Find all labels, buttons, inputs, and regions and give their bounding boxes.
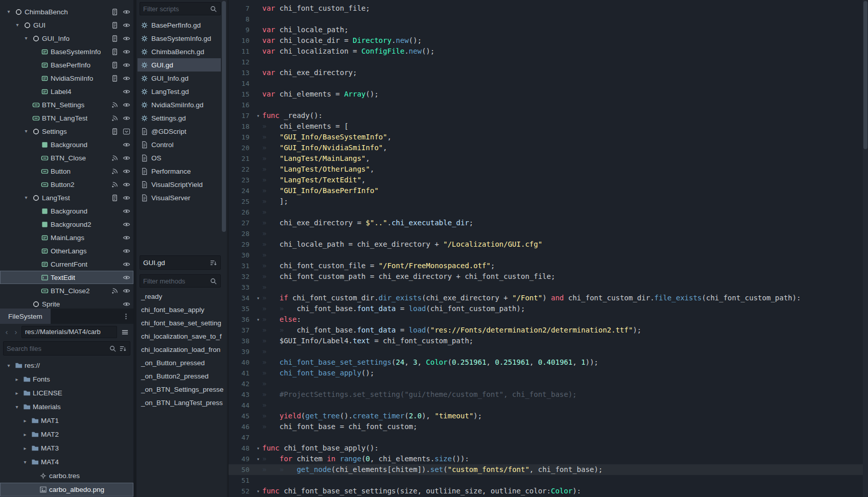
scene-tree-row[interactable]: ▾LangTest (0, 191, 133, 204)
eye-icon[interactable] (122, 233, 130, 242)
fold-arrow-icon[interactable]: ▾ (254, 486, 262, 496)
code-line[interactable]: 49▾»for chitem in range(0, chi_elements.… (229, 454, 868, 464)
code-line[interactable]: 34▾»if chi_font_custom_dir.dir_exists(ch… (229, 293, 868, 303)
eye-icon[interactable] (122, 140, 130, 149)
script-list-item[interactable]: NvidiaSmiInfo.gd (138, 98, 221, 111)
scene-tree-row[interactable]: Background (0, 204, 133, 218)
code-line[interactable]: 31»chi_font_custon_file = "/Font/FreeMon… (229, 261, 868, 271)
file-tree-row[interactable]: ▸LICENSE (0, 386, 133, 400)
method-filter-input[interactable]: Filter methods (140, 274, 221, 288)
code-line[interactable]: 52▾func chi_font_base_set_settings(size,… (229, 486, 868, 496)
method-list-item[interactable]: chi_localization_save_to_f (138, 330, 226, 343)
tab-filesystem[interactable]: FileSystem (0, 309, 51, 324)
code-line[interactable]: 21»"LangTest/MainLangs", (229, 153, 868, 164)
fold-arrow-icon[interactable]: ▾ (254, 314, 262, 325)
scene-tree-row[interactable]: ▾GUI (0, 18, 133, 32)
code-line[interactable]: 19»"GUI_Info/BaseSystemInfo", (229, 132, 868, 143)
file-tree-row[interactable]: ▸MAT3 (0, 441, 133, 455)
eye-icon[interactable] (122, 287, 130, 295)
file-tree-row[interactable]: carbo_albedo.png (0, 483, 133, 496)
eye-icon[interactable] (122, 180, 130, 188)
code-line[interactable]: 45»yield(get_tree().create_timer(2.0), "… (229, 411, 868, 421)
chevron-down-icon[interactable]: ▾ (21, 456, 29, 469)
sort-files-icon[interactable] (119, 344, 127, 352)
code-line[interactable]: 42» (229, 378, 868, 389)
code-line[interactable]: 24»"GUI_Info/BasePerfInfo" (229, 185, 868, 196)
signal-icon[interactable] (110, 167, 119, 175)
scene-tree-row[interactable]: BasePerfInfo (0, 58, 133, 72)
chevron-down-icon[interactable]: ▾ (14, 18, 21, 32)
code-line[interactable]: 27»chi_exe_directory = $"..".chi_executa… (229, 218, 868, 228)
script-list-item[interactable]: Performance (138, 164, 221, 178)
scene-tree-row[interactable]: BaseSystemInfo (0, 45, 133, 58)
method-list-item[interactable]: _on_BTN_LangTest_press (138, 396, 226, 410)
fold-arrow-icon[interactable]: ▾ (254, 110, 262, 121)
code-line[interactable]: 13var chi_exe_directory; (229, 67, 868, 78)
signal-icon[interactable] (110, 114, 119, 122)
code-line[interactable]: 11var chi_localization = ConfigFile.new(… (229, 46, 868, 57)
method-list-item[interactable]: chi_font_base_apply (138, 303, 226, 317)
scene-tree-row[interactable]: Sprite (0, 297, 133, 309)
method-list-item[interactable]: chi_font_base_set_setting (138, 317, 226, 330)
script-icon[interactable] (110, 127, 119, 135)
script-list-item[interactable]: OS (138, 151, 221, 164)
code-line[interactable]: 39» (229, 346, 868, 357)
method-list-item[interactable]: _ready (138, 290, 226, 303)
code-line[interactable]: 17▾func _ready(): (229, 110, 868, 121)
scene-tree-row[interactable]: MainLangs (0, 231, 133, 244)
scene-tree-row[interactable]: OtherLangs (0, 244, 133, 257)
code-line[interactable]: 44» (229, 400, 868, 411)
script-icon[interactable] (110, 61, 119, 69)
code-line[interactable]: 48▾func chi_font_base_apply(): (229, 443, 868, 454)
script-icon[interactable] (110, 74, 119, 82)
script-list-item[interactable]: @GDScript (138, 125, 221, 138)
eye-icon[interactable] (122, 114, 130, 122)
eye-icon[interactable] (122, 273, 130, 281)
eye-icon[interactable] (122, 194, 130, 202)
code-line[interactable]: 50»»get_node(chi_elements[chitem]).set("… (229, 464, 868, 475)
code-scrollbar[interactable] (863, 0, 868, 497)
code-editor[interactable]: 7var chi_font_custon_file;89var chi_loca… (228, 0, 868, 497)
eye-icon[interactable] (122, 8, 130, 16)
chevron-right-icon[interactable]: ▸ (13, 373, 20, 386)
method-list-item[interactable]: _on_Button2_pressed (138, 370, 226, 383)
fold-arrow-icon[interactable]: ▾ (254, 293, 262, 303)
method-list-item[interactable]: _on_Button_pressed (138, 357, 226, 370)
signal-icon[interactable] (110, 180, 119, 188)
code-line[interactable]: 40»chi_font_base_set_settings(24, 3, Col… (229, 357, 868, 368)
scene-tree-row[interactable]: BTN_Close (0, 151, 133, 164)
file-search-input[interactable]: Search files (3, 341, 130, 356)
eye-icon[interactable] (122, 207, 130, 215)
code-line[interactable]: 41»chi_font_base_apply(); (229, 368, 868, 378)
chevron-down-icon[interactable]: ▾ (5, 5, 12, 18)
code-line[interactable]: 46»chi_font_base = chi_font_custom; (229, 421, 868, 432)
eye-icon[interactable] (122, 87, 130, 96)
eye-icon[interactable] (122, 154, 130, 162)
file-tree-row[interactable]: ▾MAT4 (0, 455, 133, 469)
script-list-item[interactable]: ChimbaBench.gd (138, 45, 221, 58)
scene-tree-row[interactable]: ▾Settings (0, 125, 133, 138)
code-line[interactable]: 28» (229, 228, 868, 239)
chevron-down-icon[interactable]: ▾ (13, 400, 20, 414)
code-line[interactable]: 26» (229, 207, 868, 218)
scene-tree-row[interactable]: Button (0, 164, 133, 178)
script-list-scrollbar[interactable] (222, 1, 226, 232)
code-line[interactable]: 36▾»else: (229, 314, 868, 325)
file-tree-row[interactable]: ▸MAT1 (0, 414, 133, 428)
eye-icon[interactable] (122, 48, 130, 56)
script-icon[interactable] (110, 194, 119, 202)
code-line[interactable]: 18»chi_elements = [ (229, 121, 868, 132)
eye-icon[interactable] (122, 220, 130, 228)
code-line[interactable]: 22»"LangTest/OtherLangs", (229, 164, 868, 175)
file-tree-row[interactable]: ▾res:// (0, 359, 133, 372)
eye-icon[interactable] (122, 247, 130, 255)
code-line[interactable]: 8 (229, 14, 868, 25)
script-list-item[interactable]: GUI.gd (138, 58, 221, 72)
method-list-item[interactable]: _on_BTN_Settings_presse (138, 383, 226, 396)
chevron-right-icon[interactable]: ▸ (21, 442, 29, 455)
code-line[interactable]: 35»»chi_font_base.font_data = load(chi_f… (229, 303, 868, 314)
menu-icon[interactable] (119, 326, 130, 338)
script-list-item[interactable]: BaseSystemInfo.gd (138, 32, 221, 45)
code-line[interactable]: 9var chi_locale_path; (229, 25, 868, 35)
collapse-icon[interactable] (122, 127, 130, 135)
